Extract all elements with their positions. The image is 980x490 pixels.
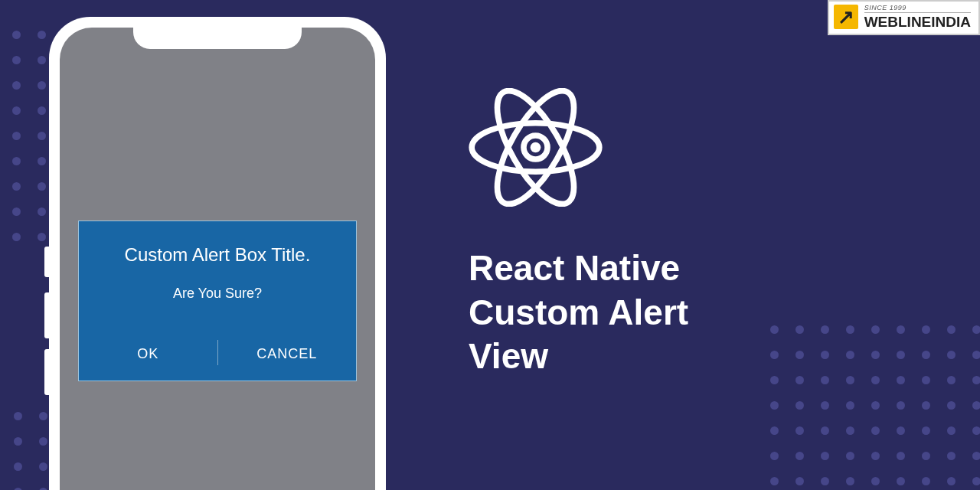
svg-point-1 — [531, 142, 541, 153]
phone-mockup: Custom Alert Box Title. Are You Sure? OK… — [49, 17, 386, 490]
phone-screen: Custom Alert Box Title. Are You Sure? OK… — [60, 28, 375, 490]
phone-side-button — [44, 247, 49, 277]
alert-title: Custom Alert Box Title. — [79, 221, 356, 286]
phone-side-button — [44, 292, 49, 338]
heading-line: View — [469, 335, 688, 379]
right-content: React Native Custom Alert View — [469, 88, 688, 379]
logo-since: SINCE 1999 — [864, 5, 971, 13]
decorative-dots-right — [770, 325, 980, 490]
heading: React Native Custom Alert View — [469, 247, 688, 379]
weblineindia-logo: ↗ SINCE 1999 WEBLINEINDIA — [828, 0, 980, 35]
alert-message: Are You Sure? — [79, 286, 356, 332]
logo-arrow-icon: ↗ — [834, 5, 858, 29]
phone-notch — [133, 28, 302, 49]
phone-side-button — [44, 349, 49, 395]
react-icon — [469, 88, 603, 207]
custom-alert-box: Custom Alert Box Title. Are You Sure? OK… — [78, 220, 357, 381]
logo-name: WEBLINEINDIA — [864, 15, 971, 29]
alert-buttons-row: OK CANCEL — [79, 332, 356, 381]
cancel-button[interactable]: CANCEL — [218, 332, 357, 381]
ok-button[interactable]: OK — [79, 332, 217, 381]
logo-text: SINCE 1999 WEBLINEINDIA — [864, 5, 971, 29]
heading-line: React Native — [469, 247, 688, 291]
heading-line: Custom Alert — [469, 291, 688, 335]
